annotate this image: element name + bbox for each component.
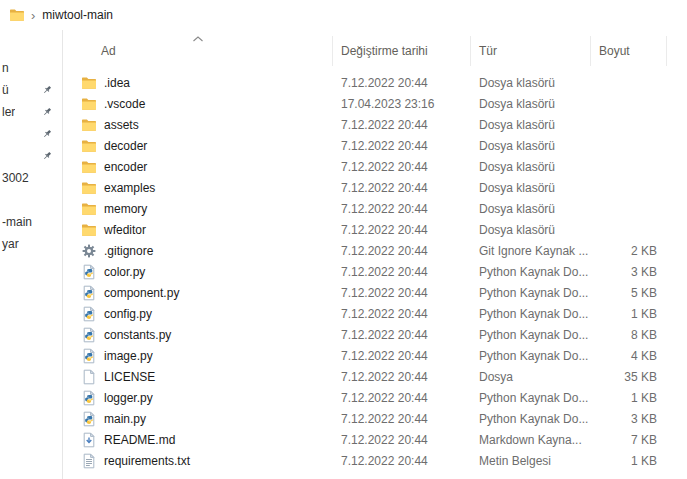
file-name: wfeditor <box>104 223 146 237</box>
file-date-modified: 7.12.2022 20:44 <box>333 349 471 363</box>
file-name: assets <box>104 118 139 132</box>
file-name: .vscode <box>104 97 145 111</box>
file-size: 3 KB <box>591 265 667 279</box>
markdown-file-icon <box>81 432 97 448</box>
file-name: memory <box>104 202 147 216</box>
file-row[interactable]: decoder 7.12.2022 20:44 Dosya klasörü <box>63 135 687 156</box>
file-row[interactable]: main.py 7.12.2022 20:44 Python Kaynak Do… <box>63 408 687 429</box>
file-name-cell: constants.py <box>63 327 333 343</box>
file-date-modified: 7.12.2022 20:44 <box>333 244 471 258</box>
file-date-modified: 7.12.2022 20:44 <box>333 328 471 342</box>
sidebar-item[interactable]: 3002 <box>0 168 58 188</box>
folder-icon <box>81 159 97 175</box>
folder-icon <box>81 96 97 112</box>
file-date-modified: 7.12.2022 20:44 <box>333 76 471 90</box>
file-row[interactable]: encoder 7.12.2022 20:44 Dosya klasörü <box>63 156 687 177</box>
file-row[interactable]: LICENSE 7.12.2022 20:44 Dosya 35 KB <box>63 366 687 387</box>
column-header-name[interactable]: Ad <box>63 36 333 66</box>
column-header-date-modified[interactable]: Değiştirme tarihi <box>333 36 471 66</box>
sidebar-item[interactable]: ler <box>0 102 58 122</box>
sidebar-item-label: n <box>0 61 9 75</box>
file-row[interactable]: memory 7.12.2022 20:44 Dosya klasörü <box>63 198 687 219</box>
file-size: 4 KB <box>591 349 667 363</box>
file-name-cell: component.py <box>63 285 333 301</box>
file-name: LICENSE <box>104 370 155 384</box>
file-name-cell: README.md <box>63 432 333 448</box>
file-name: requirements.txt <box>104 454 190 468</box>
file-row[interactable]: README.md 7.12.2022 20:44 Markdown Kayna… <box>63 429 687 450</box>
file-name: config.py <box>104 307 152 321</box>
file-date-modified: 7.12.2022 20:44 <box>333 286 471 300</box>
column-headers: Ad Değiştirme tarihi Tür Boyut <box>63 36 687 66</box>
sort-ascending-icon <box>192 36 203 42</box>
file-name-cell: examples <box>63 180 333 196</box>
file-size: 35 KB <box>591 370 667 384</box>
file-row[interactable]: requirements.txt 7.12.2022 20:44 Metin B… <box>63 450 687 471</box>
navigation-pane: n ü ler 3002 -main yar <box>0 30 63 479</box>
file-name: logger.py <box>104 391 153 405</box>
file-name: main.py <box>104 412 146 426</box>
file-name-cell: requirements.txt <box>63 453 333 469</box>
sidebar-item[interactable]: ü <box>0 80 58 100</box>
column-header-size[interactable]: Boyut <box>591 36 667 66</box>
file-row[interactable]: constants.py 7.12.2022 20:44 Python Kayn… <box>63 324 687 345</box>
file-row[interactable]: .gitignore 7.12.2022 20:44 Git Ignore Ka… <box>63 240 687 261</box>
python-file-icon <box>81 348 97 364</box>
file-name-cell: .idea <box>63 75 333 91</box>
file-type: Python Kaynak Do... <box>471 328 591 342</box>
column-header-label: Ad <box>101 44 116 58</box>
file-date-modified: 7.12.2022 20:44 <box>333 265 471 279</box>
file-icon <box>81 369 97 385</box>
file-date-modified: 7.12.2022 20:44 <box>333 223 471 237</box>
python-file-icon <box>81 306 97 322</box>
folder-icon <box>81 222 97 238</box>
file-name: component.py <box>104 286 179 300</box>
file-row[interactable]: .vscode 17.04.2023 23:16 Dosya klasörü <box>63 93 687 114</box>
file-date-modified: 7.12.2022 20:44 <box>333 160 471 174</box>
file-row[interactable]: assets 7.12.2022 20:44 Dosya klasörü <box>63 114 687 135</box>
sidebar-item[interactable]: yar <box>0 234 58 254</box>
sidebar-item[interactable]: n <box>0 58 58 78</box>
folder-icon <box>81 201 97 217</box>
file-row[interactable]: config.py 7.12.2022 20:44 Python Kaynak … <box>63 303 687 324</box>
file-name: encoder <box>104 160 147 174</box>
file-name-cell: .gitignore <box>63 243 333 259</box>
file-name: image.py <box>104 349 153 363</box>
python-file-icon <box>81 411 97 427</box>
file-type: Dosya klasörü <box>471 139 591 153</box>
sidebar-item[interactable] <box>0 146 58 166</box>
file-list-body: .idea 7.12.2022 20:44 Dosya klasörü .vsc… <box>63 72 687 471</box>
gitignore-gear-icon <box>81 243 97 259</box>
column-header-type[interactable]: Tür <box>471 36 591 66</box>
file-date-modified: 7.12.2022 20:44 <box>333 307 471 321</box>
sidebar-item[interactable] <box>0 190 58 210</box>
file-date-modified: 7.12.2022 20:44 <box>333 454 471 468</box>
file-date-modified: 7.12.2022 20:44 <box>333 181 471 195</box>
sidebar-item[interactable] <box>0 124 58 144</box>
file-name-cell: memory <box>63 201 333 217</box>
file-row[interactable]: color.py 7.12.2022 20:44 Python Kaynak D… <box>63 261 687 282</box>
file-date-modified: 7.12.2022 20:44 <box>333 139 471 153</box>
file-name: README.md <box>104 433 175 447</box>
sidebar-item[interactable]: -main <box>0 212 58 232</box>
file-type: Python Kaynak Do... <box>471 349 591 363</box>
file-date-modified: 7.12.2022 20:44 <box>333 370 471 384</box>
file-type: Dosya klasörü <box>471 181 591 195</box>
file-row[interactable]: component.py 7.12.2022 20:44 Python Kayn… <box>63 282 687 303</box>
file-type: Metin Belgesi <box>471 454 591 468</box>
file-row[interactable]: logger.py 7.12.2022 20:44 Python Kaynak … <box>63 387 687 408</box>
file-row[interactable]: .idea 7.12.2022 20:44 Dosya klasörü <box>63 72 687 93</box>
file-size: 7 KB <box>591 433 667 447</box>
address-bar[interactable]: › miwtool-main <box>0 0 687 31</box>
file-row[interactable]: examples 7.12.2022 20:44 Dosya klasörü <box>63 177 687 198</box>
file-row[interactable]: wfeditor 7.12.2022 20:44 Dosya klasörü <box>63 219 687 240</box>
column-header-label: Tür <box>479 44 497 58</box>
breadcrumb-path[interactable]: miwtool-main <box>42 8 113 22</box>
file-name: constants.py <box>104 328 171 342</box>
file-date-modified: 7.12.2022 20:44 <box>333 412 471 426</box>
file-name-cell: color.py <box>63 264 333 280</box>
file-type: Dosya klasörü <box>471 223 591 237</box>
python-file-icon <box>81 390 97 406</box>
folder-icon <box>81 117 97 133</box>
file-row[interactable]: image.py 7.12.2022 20:44 Python Kaynak D… <box>63 345 687 366</box>
